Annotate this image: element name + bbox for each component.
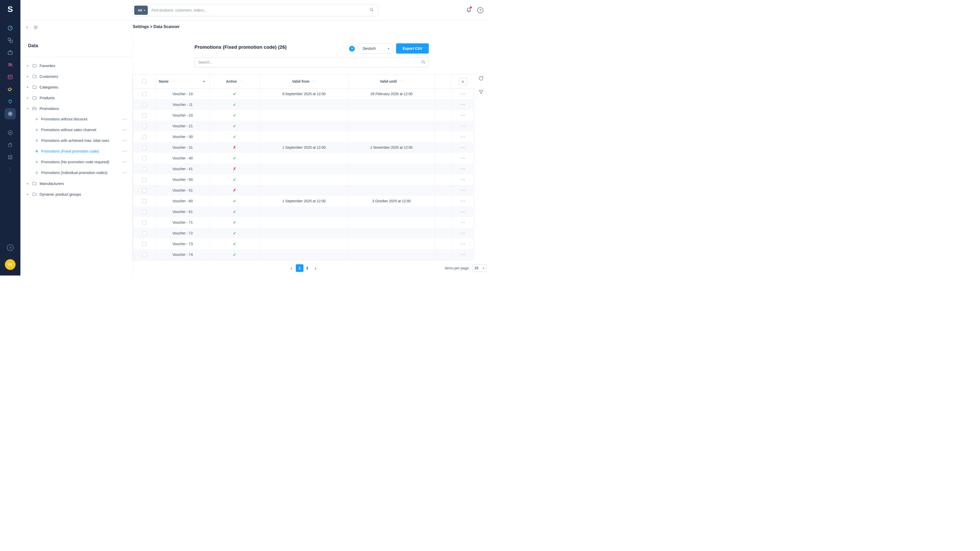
sidebar-item-more[interactable]: ⋮ [5, 164, 16, 175]
row-context-menu-icon[interactable]: ⋯ [461, 166, 465, 171]
tree-item-menu-icon[interactable]: ⋯ [122, 116, 127, 122]
tree-item-promotions-without-sales-channel[interactable]: Promotions without sales channel⋯ [21, 124, 132, 135]
tree-item-favorites[interactable]: ▸Favorites [21, 60, 132, 71]
sidebar-item-pos[interactable] [5, 151, 16, 163]
row-context-menu-icon[interactable]: ⋯ [461, 145, 465, 150]
tree-item-products[interactable]: ▸Products [21, 92, 132, 103]
help-button[interactable]: ? [477, 7, 484, 13]
row-checkbox[interactable] [142, 231, 146, 235]
row-checkbox[interactable] [142, 199, 146, 203]
row-checkbox[interactable] [142, 188, 146, 192]
sort-asc-icon[interactable] [202, 80, 205, 83]
column-header-active[interactable]: Active [226, 79, 237, 83]
sidebar-item-shop[interactable] [5, 139, 16, 151]
row-checkbox[interactable] [142, 103, 146, 107]
column-header-valid-from[interactable]: Valid from [292, 79, 310, 83]
column-menu-icon[interactable]: ⋯ [171, 79, 175, 84]
sidebar-item-extensions[interactable] [5, 96, 16, 107]
sidebar-item-content[interactable] [5, 71, 16, 83]
column-header-valid-until[interactable]: Valid until [380, 79, 396, 83]
tree-item-promotions[interactable]: ▾Promotions [21, 103, 132, 114]
row-context-menu-icon[interactable]: ⋯ [461, 113, 465, 118]
select-all-checkbox[interactable] [142, 79, 146, 84]
row-checkbox[interactable] [142, 113, 146, 118]
tree-item-categories[interactable]: ▸Categories [21, 82, 132, 92]
tree-item-promotions-fixed-promotion-code[interactable]: Promotions (Fixed promotion code)⋯ [21, 146, 132, 157]
caret-collapsed-icon[interactable]: ▸ [27, 86, 32, 89]
settings-gear-icon[interactable] [33, 25, 38, 31]
caret-collapsed-icon[interactable]: ▸ [27, 96, 32, 100]
filter-icon[interactable] [478, 89, 484, 95]
row-checkbox[interactable] [142, 92, 146, 96]
row-context-menu-icon[interactable]: ⋯ [461, 241, 465, 246]
tree-item-menu-icon[interactable]: ⋯ [122, 138, 127, 143]
column-menu-icon[interactable]: ⋯ [239, 79, 243, 84]
sidebar-help-button[interactable]: ? [7, 245, 14, 251]
search-scope-button[interactable]: All ▾ [134, 6, 148, 15]
row-context-menu-icon[interactable]: ⋯ [461, 220, 465, 225]
row-context-menu-icon[interactable]: ⋯ [461, 177, 465, 182]
page-button-1[interactable]: 1 [296, 264, 304, 272]
tree-item-menu-icon[interactable]: ⋯ [122, 127, 127, 133]
column-settings-button[interactable]: ≡ [458, 78, 467, 85]
row-context-menu-icon[interactable]: ⋯ [461, 198, 465, 203]
next-page-icon[interactable]: › [313, 265, 318, 271]
row-context-menu-icon[interactable]: ⋯ [461, 91, 465, 97]
tree-item-customers[interactable]: ▸Customers [21, 71, 132, 82]
sidebar-item-customers[interactable] [5, 59, 16, 70]
export-csv-button[interactable]: Export CSV [396, 43, 429, 54]
caret-collapsed-icon[interactable]: ▸ [27, 64, 32, 67]
user-avatar[interactable]: VK [5, 259, 16, 270]
prev-page-icon[interactable]: ‹ [288, 265, 294, 271]
list-search-input[interactable] [195, 60, 421, 64]
tree-item-menu-icon[interactable]: ⋯ [122, 148, 127, 154]
row-context-menu-icon[interactable]: ⋯ [461, 134, 465, 139]
back-button[interactable]: ‹ [26, 24, 28, 30]
row-context-menu-icon[interactable]: ⋯ [461, 209, 465, 214]
row-context-menu-icon[interactable]: ⋯ [461, 230, 465, 236]
tree-item-promotions-without-discount[interactable]: Promotions without discount⋯ [21, 114, 132, 124]
column-header-name[interactable]: Name [159, 79, 169, 83]
sidebar-item-orders[interactable] [5, 35, 16, 46]
row-checkbox[interactable] [142, 178, 146, 182]
context-help-button[interactable]: ? [349, 46, 355, 52]
tree-item-promotions-with-achieved-max-total-uses[interactable]: Promotions with achieved max. total uses… [21, 135, 132, 146]
row-context-menu-icon[interactable]: ⋯ [461, 102, 465, 107]
sidebar-item-dashboard[interactable] [5, 22, 16, 34]
tree-item-menu-icon[interactable]: ⋯ [122, 159, 127, 165]
caret-collapsed-icon[interactable]: ▸ [27, 192, 32, 196]
column-menu-icon[interactable]: ⋯ [312, 79, 316, 84]
tree-item-manufacturers[interactable]: ▸Manufacturers [21, 178, 132, 189]
items-per-page-select[interactable]: 25 ▾ [472, 264, 487, 272]
page-button-2[interactable]: 2 [304, 264, 311, 272]
global-search-input[interactable] [149, 8, 369, 12]
row-checkbox[interactable] [142, 167, 146, 171]
sidebar-item-marketing[interactable] [5, 84, 16, 95]
tree-item-menu-icon[interactable]: ⋯ [122, 170, 127, 176]
language-select[interactable]: Deutsch ▾ [359, 43, 393, 54]
notifications-button[interactable] [466, 7, 472, 14]
row-context-menu-icon[interactable]: ⋯ [461, 188, 465, 193]
row-context-menu-icon[interactable]: ⋯ [461, 252, 465, 257]
row-checkbox[interactable] [142, 242, 146, 246]
refresh-icon[interactable] [478, 76, 484, 81]
row-checkbox[interactable] [142, 145, 146, 150]
sidebar-item-catalogues[interactable] [5, 47, 16, 58]
row-checkbox[interactable] [142, 252, 146, 257]
tree-item-promotions-individual-promotion-codes[interactable]: Promotions (Individual promotion codes)⋯ [21, 167, 132, 178]
shopware-logo[interactable]: S [5, 3, 16, 15]
row-context-menu-icon[interactable]: ⋯ [461, 124, 465, 129]
caret-collapsed-icon[interactable]: ▸ [27, 182, 32, 185]
tree-item-promotions-no-promotion-code-required[interactable]: Promotions (No promotion code required)⋯ [21, 157, 132, 167]
column-menu-icon[interactable]: ⋯ [399, 79, 403, 84]
sidebar-item-add[interactable] [5, 127, 16, 138]
sidebar-item-settings[interactable] [5, 108, 16, 119]
caret-expanded-icon[interactable]: ▾ [27, 107, 32, 110]
row-checkbox[interactable] [142, 221, 146, 225]
caret-collapsed-icon[interactable]: ▸ [27, 75, 32, 78]
row-context-menu-icon[interactable]: ⋯ [461, 156, 465, 161]
row-checkbox[interactable] [142, 210, 146, 214]
row-checkbox[interactable] [142, 156, 146, 160]
row-checkbox[interactable] [142, 135, 146, 139]
row-checkbox[interactable] [142, 124, 146, 128]
